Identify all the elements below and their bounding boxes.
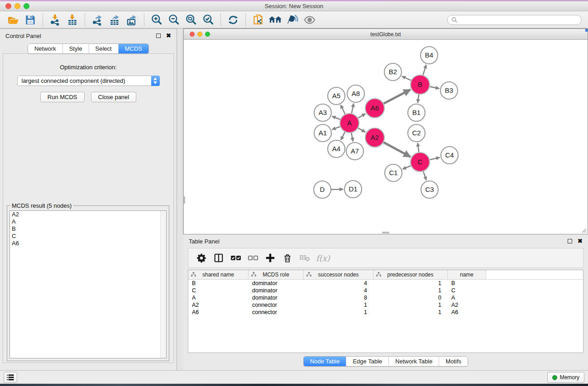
graph-node-A2[interactable]: A2 bbox=[365, 128, 384, 147]
resize-grip-icon[interactable] bbox=[580, 227, 587, 233]
table-row[interactable]: Bdominator41B bbox=[188, 280, 583, 287]
column-header-shared-name[interactable]: shared name bbox=[188, 270, 249, 279]
graph-node-B4[interactable]: B4 bbox=[421, 47, 438, 64]
column-header-successor-nodes[interactable]: successor nodes bbox=[304, 270, 373, 279]
graph-node-B1[interactable]: B1 bbox=[408, 104, 425, 121]
close-table-panel-icon[interactable]: ✖ bbox=[578, 239, 583, 243]
cytoscape-home-button[interactable] bbox=[268, 13, 282, 27]
new-network-button[interactable] bbox=[251, 13, 265, 27]
mcds-result-item[interactable]: A2 bbox=[10, 211, 166, 218]
zoom-fit-button[interactable] bbox=[184, 13, 198, 27]
network-canvas[interactable]: AA6A2BCA5A8A3A1A4A7B4B2B3B1C2C4C1C3DD1 bbox=[184, 40, 588, 234]
column-header-name[interactable]: name bbox=[448, 270, 486, 279]
network-window-titlebar[interactable]: testGlobe.txt bbox=[184, 29, 588, 40]
select-all-button[interactable] bbox=[228, 250, 244, 266]
zoom-out-button[interactable] bbox=[167, 13, 181, 27]
close-panel-icon[interactable]: ✖ bbox=[166, 33, 171, 38]
graph-edge-B-B2[interactable] bbox=[402, 76, 411, 80]
column-header-predecessor-nodes[interactable]: predecessor nodes bbox=[373, 270, 448, 279]
memory-button[interactable]: Memory bbox=[547, 372, 584, 383]
search-field[interactable] bbox=[447, 15, 582, 25]
show-hide-button[interactable] bbox=[303, 13, 316, 27]
column-layout-button[interactable] bbox=[211, 250, 226, 266]
graph-node-A5[interactable]: A5 bbox=[328, 87, 345, 105]
tab-select[interactable]: Select bbox=[89, 44, 118, 53]
graph-node-A7[interactable]: A7 bbox=[346, 143, 363, 160]
graph-node-C2[interactable]: C2 bbox=[408, 124, 425, 142]
apply-layout-button[interactable] bbox=[226, 13, 240, 27]
canvas-horizontal-scroll-thumb[interactable] bbox=[382, 232, 389, 234]
column-header-mcds-role[interactable]: MCDS role bbox=[249, 270, 304, 279]
graph-edge-A-A4[interactable] bbox=[341, 132, 345, 140]
graph-node-A1[interactable]: A1 bbox=[314, 124, 331, 142]
table-row[interactable]: A6connector11A6 bbox=[188, 309, 583, 316]
graph-node-A[interactable]: A bbox=[340, 114, 359, 133]
optimization-criterion-select[interactable]: largest connected component (directed) bbox=[17, 76, 160, 86]
graph-node-C[interactable]: C bbox=[411, 152, 430, 172]
graph-node-C1[interactable]: C1 bbox=[385, 164, 402, 181]
float-table-panel-icon[interactable] bbox=[568, 239, 572, 243]
graph-edge-A-A8[interactable] bbox=[352, 104, 354, 114]
graph-edge-B-B1[interactable] bbox=[418, 95, 419, 103]
graph-edge-C-C4[interactable] bbox=[430, 157, 440, 160]
hide-graphics-details-button[interactable] bbox=[286, 13, 299, 27]
table-row[interactable]: Adominator80A bbox=[188, 294, 583, 301]
graph-edge-A-A7[interactable] bbox=[351, 133, 353, 142]
show-panels-button[interactable] bbox=[4, 372, 17, 383]
graph-node-A4[interactable]: A4 bbox=[328, 140, 345, 157]
graph-node-B[interactable]: B bbox=[411, 75, 430, 94]
graph-edge-B-B4[interactable] bbox=[423, 65, 426, 75]
mcds-result-item[interactable]: B bbox=[10, 225, 166, 233]
mcds-result-item[interactable]: A bbox=[10, 218, 166, 225]
list-scrollbar[interactable] bbox=[160, 211, 166, 358]
graph-node-C4[interactable]: C4 bbox=[441, 147, 458, 164]
graph-edge-A-A2[interactable] bbox=[358, 128, 365, 132]
table-row[interactable]: A2connector11A2 bbox=[188, 301, 583, 309]
import-table-button[interactable] bbox=[66, 13, 79, 27]
tab-network[interactable]: Network bbox=[28, 44, 62, 53]
graph-edge-A6-B[interactable] bbox=[384, 90, 411, 104]
search-input[interactable] bbox=[460, 17, 578, 23]
graph-node-D[interactable]: D bbox=[314, 181, 331, 198]
graph-node-C3[interactable]: C3 bbox=[421, 181, 438, 198]
delete-column-button[interactable] bbox=[280, 250, 295, 266]
graph-node-D1[interactable]: D1 bbox=[344, 181, 362, 198]
save-session-button[interactable] bbox=[24, 13, 37, 27]
graph-edge-B-B3[interactable] bbox=[430, 86, 440, 88]
deselect-all-button[interactable] bbox=[245, 250, 261, 266]
export-table-button[interactable] bbox=[108, 13, 121, 27]
graph-edge-C-C3[interactable] bbox=[423, 172, 426, 180]
import-network-button[interactable] bbox=[48, 13, 62, 27]
graph-edge-A2-C[interactable] bbox=[383, 142, 411, 157]
graph-node-B2[interactable]: B2 bbox=[384, 63, 402, 81]
mcds-result-list[interactable]: A2ABCA6 bbox=[10, 210, 167, 358]
graph-node-A6[interactable]: A6 bbox=[365, 99, 384, 118]
export-network-button[interactable] bbox=[91, 13, 104, 27]
table-row[interactable]: Cdominator41C bbox=[188, 287, 583, 294]
canvas-vertical-scroll-thumb[interactable] bbox=[184, 196, 185, 204]
mcds-result-item[interactable]: C bbox=[10, 233, 166, 240]
graph-edge-A-A3[interactable] bbox=[332, 116, 340, 119]
tab-node-table[interactable]: Node Table bbox=[304, 357, 346, 366]
graph-edge-A-A6[interactable] bbox=[358, 114, 365, 118]
graph-edge-A-A5[interactable] bbox=[341, 105, 345, 114]
zoom-in-button[interactable] bbox=[150, 13, 163, 27]
tab-style[interactable]: Style bbox=[62, 44, 89, 53]
mcds-result-item[interactable]: A6 bbox=[10, 240, 166, 247]
tab-network-table[interactable]: Network Table bbox=[388, 357, 439, 366]
graph-node-A8[interactable]: A8 bbox=[347, 85, 364, 102]
graph-edge-C-C1[interactable] bbox=[402, 166, 411, 169]
graph-edge-A-A1[interactable] bbox=[332, 127, 340, 130]
graph-node-A3[interactable]: A3 bbox=[314, 104, 331, 121]
table-settings-button[interactable] bbox=[194, 250, 209, 266]
tab-edge-table[interactable]: Edge Table bbox=[346, 357, 388, 366]
tab-mcds[interactable]: MCDS bbox=[118, 44, 148, 53]
tab-motifs[interactable]: Motifs bbox=[439, 357, 468, 366]
close-panel-button[interactable]: Close panel bbox=[91, 92, 137, 102]
open-session-button[interactable] bbox=[6, 13, 20, 27]
graph-edge-C-C2[interactable] bbox=[418, 143, 419, 152]
zoom-selected-button[interactable] bbox=[201, 13, 215, 27]
graph-node-B3[interactable]: B3 bbox=[440, 82, 458, 99]
run-mcds-button[interactable]: Run MCDS bbox=[40, 92, 85, 102]
export-image-button[interactable] bbox=[125, 13, 139, 27]
